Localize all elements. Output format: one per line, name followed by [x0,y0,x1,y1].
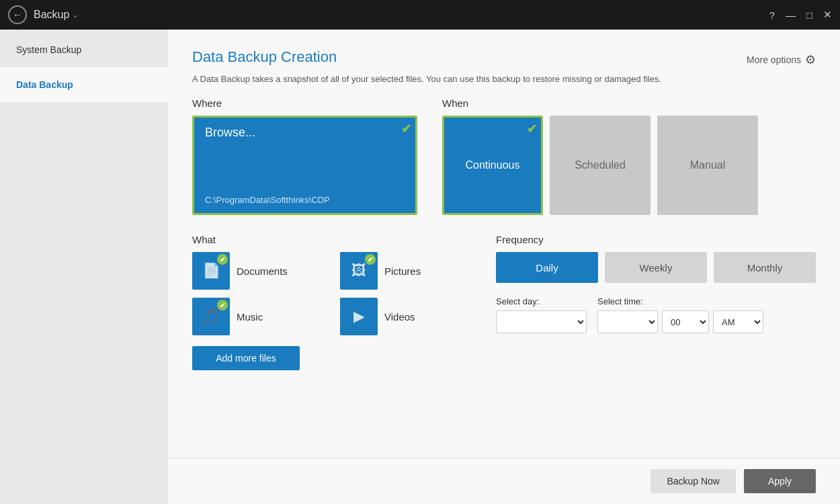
file-type-videos[interactable]: ▶ Videos [340,298,474,335]
add-files-button[interactable]: Add more files [192,346,300,370]
select-time-hour-dropdown[interactable] [597,310,658,333]
file-type-pictures[interactable]: 🖼 ✔ Pictures [340,252,474,290]
apply-button[interactable]: Apply [744,469,816,493]
page-title: Data Backup Creation [192,48,337,66]
when-label: When [442,97,816,109]
scheduled-label: Scheduled [575,159,626,171]
select-day-label: Select day: [496,296,587,306]
bottom-bar: Backup Now Apply [168,458,840,504]
pictures-check: ✔ [365,254,376,265]
music-icon: 🎵 ✔ [192,298,230,335]
content-area: Data Backup Creation More options ⚙ A Da… [168,30,840,458]
more-options-button[interactable]: More options ⚙ [747,52,816,67]
documents-check: ✔ [217,254,228,265]
file-type-grid: 📄 ✔ Documents 🖼 ✔ Pictures [192,252,474,335]
select-time-label: Select time: [597,296,763,306]
when-card-continuous[interactable]: ✔ Continuous [442,116,543,215]
content-header: Data Backup Creation More options ⚙ [192,48,816,67]
help-button[interactable]: ? [769,9,775,21]
file-type-music[interactable]: 🎵 ✔ Music [192,298,327,335]
window-controls: ? — □ ✕ [769,9,832,21]
continuous-checkmark: ✔ [527,122,537,136]
select-time-group: Select time: 00 AM [597,296,763,333]
gear-icon: ⚙ [805,52,816,67]
select-day-dropdown[interactable] [496,310,587,333]
where-label: Where [192,97,421,109]
select-time-minute-dropdown[interactable]: 00 [662,310,709,333]
titlebar: ← Backup ⌄ ? — □ ✕ [0,0,840,30]
back-button[interactable]: ← [8,5,27,24]
videos-label: Videos [384,311,415,323]
maximize-button[interactable]: □ [806,9,812,21]
select-ampm-dropdown[interactable]: AM [713,310,763,333]
what-section: What 📄 ✔ Documents 🖼 ✔ [192,234,474,370]
more-options-label: More options [747,54,801,65]
day-time-row: Select day: Select time: [496,296,816,333]
pictures-icon: 🖼 ✔ [340,252,378,290]
app-title: Backup [34,9,69,21]
videos-icon: ▶ [340,298,378,335]
documents-label: Documents [237,265,288,277]
freq-weekly-button[interactable]: Weekly [605,252,707,283]
close-button[interactable]: ✕ [823,9,832,21]
sidebar: System Backup Data Backup [0,30,168,504]
music-check: ✔ [217,300,228,310]
freq-daily-button[interactable]: Daily [496,252,598,283]
continuous-label: Continuous [466,159,520,171]
what-frequency-section: What 📄 ✔ Documents 🖼 ✔ [192,234,816,370]
documents-icon: 📄 ✔ [192,252,230,290]
when-card-scheduled[interactable]: Scheduled [550,116,650,215]
manual-label: Manual [690,159,725,171]
where-when-section: Where ✔ Browse... C:\ProgramData\Softthi… [192,97,816,215]
frequency-label: Frequency [496,234,816,245]
music-label: Music [237,311,263,323]
description-text: A Data Backup takes a snapshot of all of… [192,74,816,84]
frequency-buttons: Daily Weekly Monthly [496,252,816,283]
browse-checkmark: ✔ [401,122,411,136]
minimize-button[interactable]: — [786,9,796,21]
when-card-manual[interactable]: Manual [657,116,758,215]
freq-monthly-button[interactable]: Monthly [714,252,816,283]
backup-now-button[interactable]: Backup Now [650,469,736,493]
browse-card[interactable]: ✔ Browse... C:\ProgramData\Softthinks\CD… [192,116,417,215]
where-section: Where ✔ Browse... C:\ProgramData\Softthi… [192,97,421,215]
title-chevron: ⌄ [72,10,79,19]
browse-title: Browse... [205,126,405,140]
select-day-group: Select day: [496,296,587,333]
when-cards-row: ✔ Continuous Scheduled Manual [442,116,816,215]
sidebar-item-system-backup[interactable]: System Backup [0,32,168,67]
pictures-label: Pictures [384,265,421,277]
file-type-documents[interactable]: 📄 ✔ Documents [192,252,327,290]
browse-path: C:\ProgramData\Softthinks\CDP [205,195,405,205]
when-section: When ✔ Continuous Scheduled Manual [442,97,816,215]
frequency-section: Frequency Daily Weekly Monthly Select da… [496,234,816,370]
what-label: What [192,234,474,245]
sidebar-item-data-backup[interactable]: Data Backup [0,67,168,102]
main-layout: System Backup Data Backup Data Backup Cr… [0,30,840,504]
